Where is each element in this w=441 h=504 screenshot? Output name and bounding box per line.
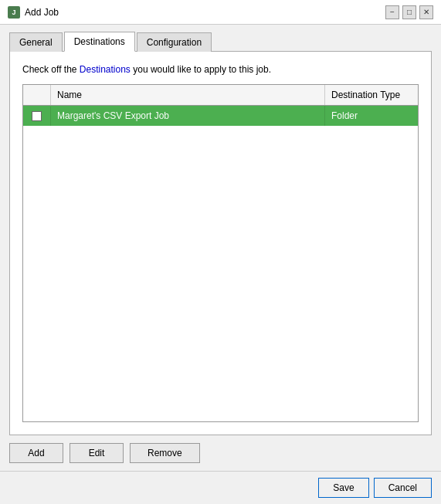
tab-destinations[interactable]: Destinations [64,32,135,52]
minimize-button[interactable]: − [385,5,399,19]
destinations-table: Name Destination Type Margaret's CSV Exp… [22,84,419,422]
table-row[interactable]: Margaret's CSV Export Job Folder [23,106,418,126]
row-name: Margaret's CSV Export Job [51,106,325,126]
maximize-button[interactable]: □ [402,5,416,19]
th-name: Name [51,85,325,105]
add-button[interactable]: Add [9,443,63,463]
edit-button[interactable]: Edit [70,443,124,463]
dialog-body: General Destinations Configuration Check… [0,25,441,471]
table-body: Margaret's CSV Export Job Folder [23,106,418,421]
title-bar: J Add Job − □ ✕ [0,0,441,25]
th-checkbox [23,85,51,105]
row-checkbox-cell [23,107,51,126]
remove-button[interactable]: Remove [130,443,200,463]
instruction-text: Check off the Destinations you would lik… [22,64,419,75]
tab-configuration[interactable]: Configuration [137,32,212,52]
table-header: Name Destination Type [23,85,418,106]
row-checkbox[interactable] [32,111,42,121]
action-buttons: Add Edit Remove [0,435,441,471]
instruction-link[interactable]: Destinations [80,64,131,75]
content-area: Check off the Destinations you would lik… [9,51,432,435]
row-destination-type: Folder [325,106,418,126]
th-destination-type: Destination Type [325,85,418,105]
tab-bar: General Destinations Configuration [0,25,441,51]
app-icon: J [8,6,20,19]
save-button[interactable]: Save [318,478,368,498]
footer: Save Cancel [0,471,441,504]
tab-general[interactable]: General [9,32,63,52]
close-button[interactable]: ✕ [419,5,433,19]
window-title: Add Job [25,7,385,18]
cancel-button[interactable]: Cancel [374,478,432,498]
window-controls: − □ ✕ [385,5,433,19]
